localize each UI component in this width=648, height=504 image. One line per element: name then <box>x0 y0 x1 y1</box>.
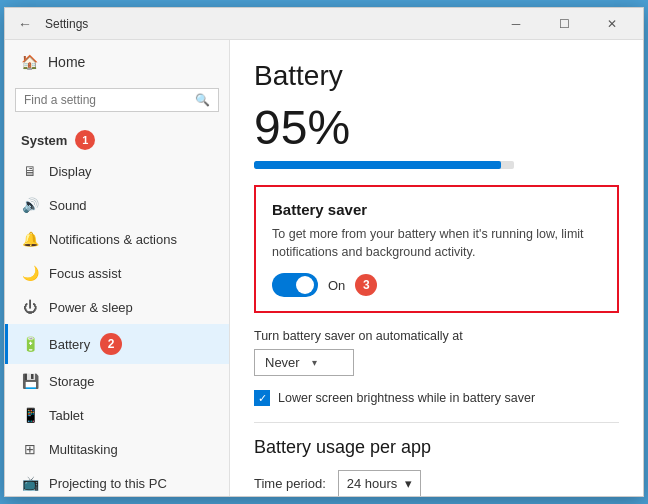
sidebar: 🏠 Home 🔍 System 1 🖥 Display 🔊 Sound 🔔 <box>5 40 230 496</box>
battery-saver-title: Battery saver <box>272 201 601 218</box>
search-input[interactable] <box>24 93 195 107</box>
brightness-checkbox[interactable]: ✓ <box>254 390 270 406</box>
power-icon: ⏻ <box>21 299 39 315</box>
focus-icon: 🌙 <box>21 265 39 281</box>
multitasking-icon: ⊞ <box>21 441 39 457</box>
page-title: Battery <box>254 60 619 92</box>
sound-icon: 🔊 <box>21 197 39 213</box>
sidebar-item-label: Focus assist <box>49 266 121 281</box>
sidebar-item-label: Sound <box>49 198 87 213</box>
sidebar-section-system: System 1 <box>5 122 229 154</box>
time-period-dropdown[interactable]: 24 hours ▾ <box>338 470 422 496</box>
content-area: 🏠 Home 🔍 System 1 🖥 Display 🔊 Sound 🔔 <box>5 40 643 496</box>
restore-button[interactable]: ☐ <box>541 8 587 40</box>
dropdown-value: Never <box>265 355 300 370</box>
brightness-label: Lower screen brightness while in battery… <box>278 391 535 405</box>
toggle-knob <box>296 276 314 294</box>
battery-percentage: 95% <box>254 100 619 155</box>
sidebar-item-multitasking[interactable]: ⊞ Multitasking <box>5 432 229 466</box>
battery-bar-fill <box>254 161 501 169</box>
display-icon: 🖥 <box>21 163 39 179</box>
time-period-row: Time period: 24 hours ▾ <box>254 470 619 496</box>
sidebar-item-label: Multitasking <box>49 442 118 457</box>
toggle-row: On 3 <box>272 273 601 297</box>
time-period-label: Time period: <box>254 476 326 491</box>
sidebar-item-notifications[interactable]: 🔔 Notifications & actions <box>5 222 229 256</box>
window-controls: ─ ☐ ✕ <box>493 8 635 40</box>
sidebar-home[interactable]: 🏠 Home <box>5 40 229 84</box>
brightness-checkbox-row: ✓ Lower screen brightness while in batte… <box>254 390 619 406</box>
toggle-label: On <box>328 278 345 293</box>
battery-saver-description: To get more from your battery when it's … <box>272 226 601 261</box>
sidebar-item-label: Tablet <box>49 408 84 423</box>
sidebar-item-label: Power & sleep <box>49 300 133 315</box>
checkmark-icon: ✓ <box>258 392 267 405</box>
battery-bar <box>254 161 514 169</box>
auto-saver-dropdown[interactable]: Never ▾ <box>254 349 354 376</box>
battery-badge: 2 <box>100 333 122 355</box>
notifications-icon: 🔔 <box>21 231 39 247</box>
close-button[interactable]: ✕ <box>589 8 635 40</box>
window-title: Settings <box>45 17 493 31</box>
sidebar-item-tablet[interactable]: 📱 Tablet <box>5 398 229 432</box>
sidebar-item-label: Battery <box>49 337 90 352</box>
battery-saver-toggle[interactable] <box>272 273 318 297</box>
time-dropdown-arrow-icon: ▾ <box>405 476 412 491</box>
sidebar-item-label: Notifications & actions <box>49 232 177 247</box>
projecting-icon: 📺 <box>21 475 39 491</box>
main-content: Battery 95% Battery saver To get more fr… <box>230 40 643 496</box>
tablet-icon: 📱 <box>21 407 39 423</box>
sidebar-item-storage[interactable]: 💾 Storage <box>5 364 229 398</box>
auto-saver-dropdown-row: Never ▾ <box>254 349 619 376</box>
search-icon: 🔍 <box>195 93 210 107</box>
section-label: System <box>21 133 67 148</box>
home-icon: 🏠 <box>21 54 38 70</box>
system-badge: 1 <box>75 130 95 150</box>
minimize-button[interactable]: ─ <box>493 8 539 40</box>
search-box[interactable]: 🔍 <box>15 88 219 112</box>
sidebar-item-label: Storage <box>49 374 95 389</box>
battery-saver-box: Battery saver To get more from your batt… <box>254 185 619 313</box>
battery-icon: 🔋 <box>21 336 39 352</box>
titlebar: ← Settings ─ ☐ ✕ <box>5 8 643 40</box>
dropdown-arrow-icon: ▾ <box>312 357 317 368</box>
divider <box>254 422 619 423</box>
sidebar-item-label: Projecting to this PC <box>49 476 167 491</box>
time-period-value: 24 hours <box>347 476 398 491</box>
sidebar-item-power-sleep[interactable]: ⏻ Power & sleep <box>5 290 229 324</box>
auto-saver-label: Turn battery saver on automatically at <box>254 329 619 343</box>
usage-section-title: Battery usage per app <box>254 437 619 458</box>
sidebar-item-label: Display <box>49 164 92 179</box>
sidebar-item-projecting[interactable]: 📺 Projecting to this PC <box>5 466 229 496</box>
storage-icon: 💾 <box>21 373 39 389</box>
home-label: Home <box>48 54 85 70</box>
back-button[interactable]: ← <box>13 12 37 36</box>
sidebar-item-sound[interactable]: 🔊 Sound <box>5 188 229 222</box>
sidebar-item-battery[interactable]: 🔋 Battery 2 <box>5 324 229 364</box>
toggle-badge: 3 <box>355 274 377 296</box>
settings-window: ← Settings ─ ☐ ✕ 🏠 Home 🔍 System 1 <box>4 7 644 497</box>
sidebar-item-focus-assist[interactable]: 🌙 Focus assist <box>5 256 229 290</box>
sidebar-item-display[interactable]: 🖥 Display <box>5 154 229 188</box>
